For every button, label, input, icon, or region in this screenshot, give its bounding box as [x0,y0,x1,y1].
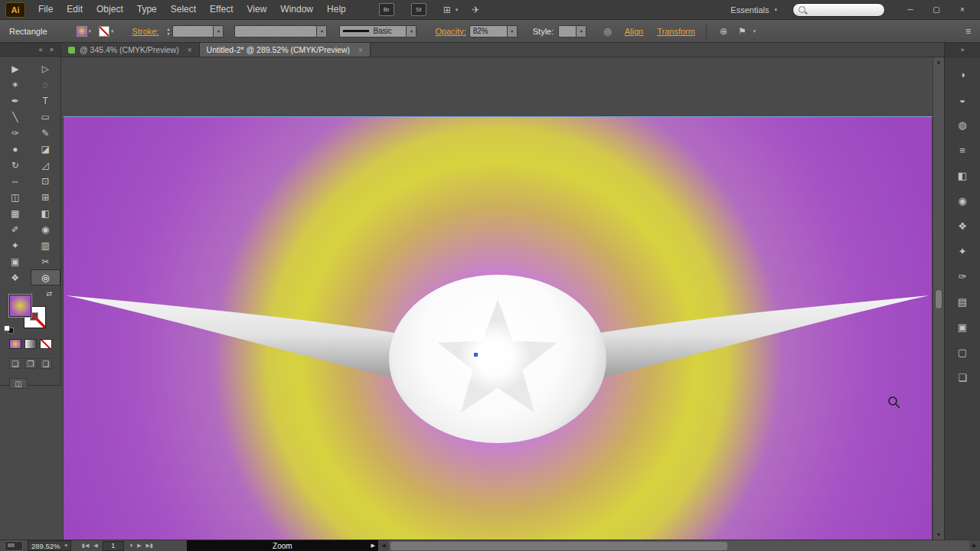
artboards-panel-icon[interactable]: ▢ [955,344,970,360]
stroke-weight-field[interactable] [172,25,214,37]
vertical-scroll-thumb[interactable] [935,289,942,309]
lasso-tool[interactable]: ◌ [31,77,61,93]
pen-tool[interactable]: ✒ [0,93,31,109]
swap-fill-stroke-icon[interactable]: ⇄ [46,290,52,298]
expand-panels-icon[interactable]: » [960,46,964,54]
free-transform-tool[interactable]: ⊡ [31,173,61,189]
color-mode-button[interactable] [9,339,21,349]
variable-width-dropdown-icon[interactable]: ▾ [317,25,327,37]
arrange-documents-icon[interactable]: ⊞ [443,5,451,15]
variable-width-select[interactable] [234,25,317,37]
menu-view[interactable]: View [240,0,274,19]
gradient-panel-icon[interactable]: ◧ [955,168,970,183]
scroll-left-arrow[interactable]: ◀ [378,543,389,549]
menu-edit[interactable]: Edit [60,0,90,19]
document-tab[interactable]: Untitled-2* @ 289.52% (CMYK/Preview)× [200,43,371,57]
style-dropdown-icon[interactable]: ▾ [577,25,586,37]
shape-builder-tool[interactable]: ◫ [0,189,31,205]
hand-tool[interactable]: ❖ [0,269,31,285]
isolate-selection-icon[interactable]: ⊕ [720,26,727,37]
menu-object[interactable]: Object [90,0,130,19]
appearance-panel-icon[interactable]: ◉ [955,193,970,208]
close-tools-icon[interactable]: × [50,46,54,54]
document-tab[interactable]: @ 345.4% (CMYK/Preview)× [61,43,200,57]
last-artboard-button[interactable]: ▶▮ [146,543,153,549]
fill-dropdown-icon[interactable]: ▾ [89,28,92,34]
slice-tool[interactable]: ✂ [31,253,61,269]
stroke-panel-icon[interactable]: ≡ [955,142,970,158]
stroke-weight-dropdown-icon[interactable]: ▾ [214,25,224,37]
artboard-number-field[interactable]: 1 [103,541,124,551]
zoom-level-select[interactable]: 289.52% ▾ [28,540,71,551]
scroll-down-arrow[interactable]: ▼ [936,530,942,540]
perspective-grid-tool[interactable]: ⊞ [31,189,61,205]
graphic-styles-panel-icon[interactable]: ❖ [955,218,970,233]
color-guide-panel-icon[interactable]: ◒ [955,92,970,107]
menu-help[interactable]: Help [320,0,353,19]
artboard-dropdown-icon[interactable]: ▾ [130,543,133,549]
swatches-panel-icon[interactable]: ▤ [955,294,970,309]
column-graph-tool[interactable]: ▥ [31,237,61,253]
brush-definition-select[interactable]: Basic [339,25,407,37]
paintbrush-tool[interactable]: ✑ [0,125,31,141]
gradient-tool[interactable]: ◧ [31,205,61,221]
libraries-panel-icon[interactable]: ❏ [955,370,970,385]
style-swatch-select[interactable] [558,25,577,37]
close-button[interactable]: × [949,0,975,20]
center-anchor-point[interactable] [474,353,478,357]
transparency-panel-icon[interactable]: ◍ [955,117,970,132]
blend-tool[interactable]: ◉ [31,221,61,237]
scroll-up-arrow[interactable]: ▲ [936,57,942,67]
pencil-tool[interactable]: ✎ [31,125,61,141]
stroke-color-button[interactable] [99,26,109,37]
select-similar-dropdown-icon[interactable]: ▾ [753,28,756,34]
default-fill-stroke-icon[interactable] [4,325,14,334]
horizontal-scroll-track[interactable] [389,540,969,551]
line-segment-tool[interactable]: ╲ [0,109,31,125]
draw-behind-button[interactable]: ❐ [24,358,37,369]
first-artboard-button[interactable]: ▮◀ [82,543,89,549]
type-tool[interactable]: T [31,93,61,109]
vertical-scrollbar[interactable]: ▲ ▼ [933,57,944,540]
eyedropper-tool[interactable]: ✐ [0,221,31,237]
collapse-tools-icon[interactable]: « [39,46,43,54]
stock-button[interactable]: St [411,3,426,16]
mesh-tool[interactable]: ▦ [0,205,31,221]
color-panel-icon[interactable]: ◑ [955,67,970,82]
rectangle-tool[interactable]: ▭ [31,109,61,125]
next-artboard-button[interactable]: ▶ [137,543,141,549]
canvas-area[interactable] [61,57,933,540]
fill-color-button[interactable] [77,26,87,37]
maximize-button[interactable]: ▢ [923,0,949,20]
brushes-panel-icon[interactable]: ✑ [955,269,970,284]
artboard[interactable] [63,116,933,540]
minimize-button[interactable]: ─ [897,0,923,20]
magic-wand-tool[interactable]: ✶ [0,77,31,93]
eraser-tool[interactable]: ◪ [31,141,61,157]
width-tool[interactable]: ⇔ [0,173,31,189]
fill-swatch[interactable] [9,295,31,317]
symbol-sprayer-tool[interactable]: ✦ [0,237,31,253]
horizontal-scroll-thumb[interactable] [390,542,727,550]
artboard-tool[interactable]: ▣ [0,253,31,269]
status-icon[interactable] [5,541,23,551]
scroll-right-arrow[interactable]: ▶ [969,543,980,549]
bridge-button[interactable]: Br [379,3,394,16]
gradient-mode-button[interactable] [24,339,37,349]
tab-close-icon[interactable]: × [188,46,192,54]
recolor-artwork-icon[interactable]: ◎ [603,26,611,37]
brush-dropdown-icon[interactable]: ▾ [407,25,416,37]
none-mode-button[interactable] [40,339,52,349]
panel-menu-icon[interactable]: ≡ [965,26,971,37]
tab-close-icon[interactable]: × [358,46,363,54]
draw-inside-button[interactable]: ❑ [40,358,52,369]
rotate-tool[interactable]: ↻ [0,157,31,173]
workspace-switcher[interactable]: Essentials ▾ [730,5,777,15]
symbols-panel-icon[interactable]: ✦ [955,243,970,259]
help-search-input[interactable] [792,3,885,17]
zoom-tool[interactable]: ◎ [31,269,61,285]
arrange-dropdown-icon[interactable]: ▾ [456,7,459,13]
stroke-panel-link[interactable]: Stroke: [132,27,159,36]
menu-file[interactable]: File [31,0,60,19]
menu-window[interactable]: Window [273,0,320,19]
